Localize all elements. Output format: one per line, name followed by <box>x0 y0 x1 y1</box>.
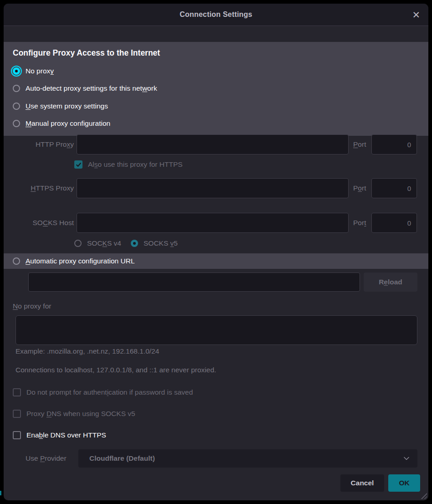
radio-option-socks-v5[interactable]: SOCKS v5 <box>131 238 178 249</box>
radio-button <box>13 85 20 92</box>
proxy-dns-checkbox[interactable]: Proxy DNS when using SOCKS v5 <box>13 410 135 418</box>
radio-label: SOCKS v4 <box>87 239 121 247</box>
check-icon <box>76 162 82 168</box>
reload-button[interactable]: Reload <box>364 273 417 292</box>
socks-port-label: Port <box>353 213 366 233</box>
radio-option-system-proxy[interactable]: Use system proxy settings <box>13 101 108 112</box>
radio-option-no-proxy[interactable]: No proxy <box>13 66 54 77</box>
socks-port-input[interactable] <box>371 213 417 233</box>
auto-url-band: Automatic proxy configuration URL <box>4 253 428 269</box>
radio-button-selected <box>131 240 138 247</box>
example-hint: Example: .mozilla.org, .net.nz, 192.168.… <box>15 347 159 355</box>
https-proxy-input[interactable] <box>77 178 349 198</box>
no-prompt-auth-checkbox[interactable]: Do not prompt for authentication if pass… <box>13 388 193 396</box>
radio-label: SOCKS v5 <box>144 239 178 247</box>
radio-option-manual-proxy[interactable]: Manual proxy configuration <box>13 118 110 129</box>
auto-config-url-input[interactable] <box>28 273 360 292</box>
provider-selected-value: Cloudflare (Default) <box>89 454 403 463</box>
ok-button[interactable]: OK <box>388 474 420 492</box>
no-proxy-for-label: No proxy for <box>13 302 51 311</box>
https-port-label: Port <box>353 178 366 198</box>
radio-option-socks-v4[interactable]: SOCKS v4 <box>74 238 121 249</box>
radio-button <box>13 120 20 127</box>
http-proxy-input[interactable] <box>77 134 349 154</box>
localhost-hint: Connections to localhost, 127.0.0.1/8, a… <box>15 366 216 374</box>
use-provider-label: Use Provider <box>26 454 67 463</box>
radio-label: Use system proxy settings <box>26 102 108 110</box>
checkbox-checked <box>74 160 82 169</box>
cancel-button[interactable]: Cancel <box>340 474 384 492</box>
resize-grip[interactable] <box>420 492 427 499</box>
dialog-title: Connection Settings <box>180 10 252 19</box>
checkbox-unchecked <box>13 410 21 418</box>
socks-host-label: SOCKS Host <box>13 213 74 233</box>
radio-label: Automatic proxy configuration URL <box>26 257 135 265</box>
provider-select[interactable]: Cloudflare (Default) <box>78 449 417 468</box>
doh-checkbox[interactable]: Enable DNS over HTTPS <box>13 431 106 439</box>
close-icon[interactable]: ✕ <box>412 10 420 20</box>
http-port-input[interactable] <box>371 134 417 154</box>
checkbox-label: Also use this proxy for HTTPS <box>88 160 183 169</box>
also-https-checkbox[interactable]: Also use this proxy for HTTPS <box>74 160 183 169</box>
https-port-input[interactable] <box>371 178 417 198</box>
chevron-down-icon <box>403 455 410 462</box>
radio-option-auto-detect[interactable]: Auto-detect proxy settings for this netw… <box>13 83 157 94</box>
titlebar: Connection Settings ✕ <box>4 4 428 26</box>
edge-artifact <box>0 491 1 495</box>
socks-host-input[interactable] <box>77 213 349 233</box>
checkbox-label: Do not prompt for authentication if pass… <box>26 388 193 396</box>
checkbox-unchecked <box>13 431 21 439</box>
https-proxy-label: HTTPS Proxy <box>13 178 74 198</box>
checkbox-label: Enable DNS over HTTPS <box>26 431 106 439</box>
radio-label: Auto-detect proxy settings for this netw… <box>26 84 157 93</box>
radio-button-selected <box>13 67 20 75</box>
radio-option-auto-url[interactable]: Automatic proxy configuration URL <box>13 256 135 267</box>
radio-label: Manual proxy configuration <box>26 119 110 128</box>
radio-button <box>13 103 20 110</box>
http-port-label: Port <box>353 134 366 154</box>
checkbox-label: Proxy DNS when using SOCKS v5 <box>26 410 135 418</box>
http-proxy-label: HTTP Proxy <box>13 134 74 154</box>
radio-button <box>74 240 82 247</box>
radio-label: No proxy <box>26 67 54 75</box>
section-heading: Configure Proxy Access to the Internet <box>13 48 160 58</box>
no-proxy-textarea[interactable] <box>15 315 417 345</box>
connection-settings-dialog: Connection Settings ✕ Configure Proxy Ac… <box>4 4 428 500</box>
checkbox-unchecked <box>13 388 21 396</box>
radio-button <box>13 257 20 265</box>
